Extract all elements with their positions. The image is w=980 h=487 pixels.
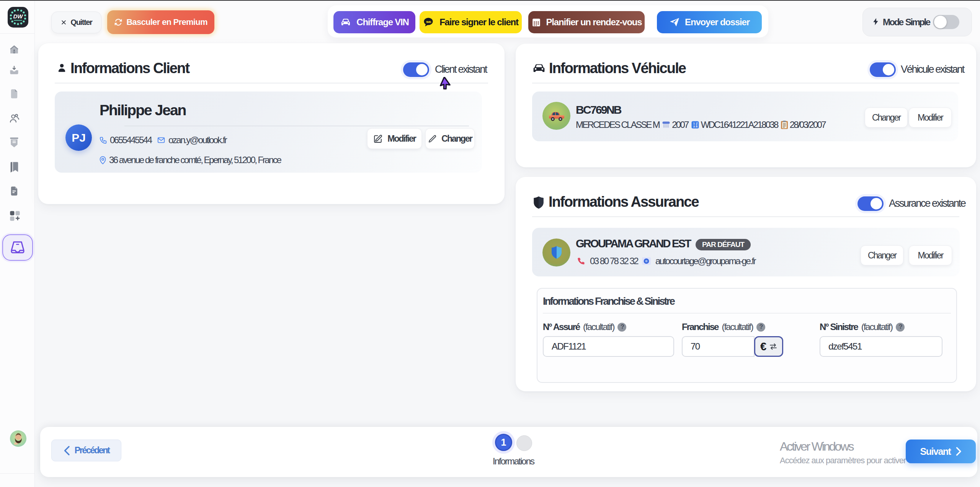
svg-text:DW: DW bbox=[13, 13, 24, 20]
svg-text:SMS: SMS bbox=[426, 20, 431, 24]
